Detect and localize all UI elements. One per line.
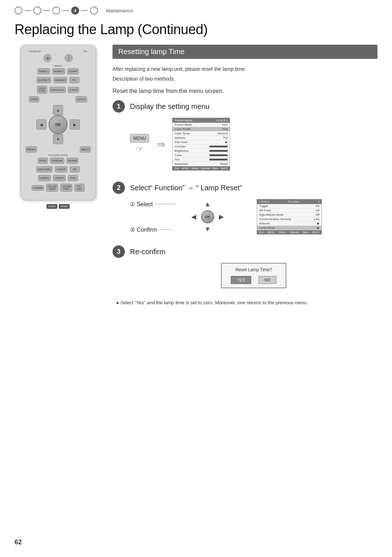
- anamo-button[interactable]: ANAMO: [53, 77, 67, 83]
- color-temp-button[interactable]: COLORTEMP: [46, 184, 58, 192]
- step1-block: 1 Display the setting menu MENU ☞ ⇒ Pict…: [113, 100, 377, 171]
- step3-header: 3 Re-confirm: [113, 245, 377, 258]
- page-title: Replacing the Lamp (Continued): [0, 18, 392, 45]
- step1-title: Display the setting menu: [130, 102, 209, 111]
- screen2-label-0: Trigger: [259, 204, 268, 208]
- screen2-row-comm: Communication Terminal LAN: [257, 217, 322, 221]
- input-label: INPUT: [54, 65, 62, 67]
- dialog-title: Reset Lamp Time?: [225, 267, 282, 272]
- step3-block: 3 Re-confirm Reset Lamp Time? YES NO: [113, 245, 377, 288]
- instructions-area: Resetting lamp Time After replacing a ne…: [113, 45, 377, 307]
- step1-number: 1: [113, 100, 125, 113]
- aspect-button[interactable]: ASPECT: [37, 77, 51, 83]
- screen2-info: ℹ: [318, 200, 319, 203]
- bullet-text: Select “Yes” and the lamp time is set to…: [113, 299, 377, 307]
- screen1-row-tint: Tint: [172, 158, 230, 162]
- user2-button[interactable]: USER2: [53, 175, 66, 181]
- step2-number: 2: [113, 182, 125, 194]
- screen1-row-film-tone: Film Tone ▶: [172, 140, 230, 145]
- back-button[interactable]: BACK: [80, 146, 91, 153]
- color-profile-button[interactable]: COLORPRFL: [60, 184, 72, 192]
- gamma-button[interactable]: GAMMA: [32, 185, 44, 191]
- step2-block: 2 Select“ Function” → “ Lamp Reset” ① Se…: [113, 182, 377, 235]
- standby-button[interactable]: ⏻: [44, 54, 52, 62]
- screen1-footer-exit: Exit: [175, 167, 179, 170]
- dpad-right-button[interactable]: ▶: [70, 119, 80, 130]
- screen2-title: Function: [288, 200, 299, 203]
- step2-title: Select“ Function” → “ Lamp Reset”: [130, 184, 242, 192]
- screen1-value-0: Film: [222, 123, 228, 126]
- hide-light-row: HIDE LIGHT: [25, 96, 91, 102]
- screen1-mockup: Picture Adjust ≡ ☰ ⊞ ⊟ ℹ Picture Mode Fi…: [172, 118, 230, 171]
- dpad-up-button[interactable]: ▲: [53, 105, 63, 115]
- dpad-ok-button[interactable]: OK: [49, 115, 68, 134]
- screen1-title-bar: Picture Adjust ≡ ☰ ⊞ ⊟ ℹ: [172, 118, 230, 123]
- no-button[interactable]: NO: [258, 276, 277, 284]
- remote-control: STAND BY ON ⏻ | INPUT HDMI 1 HDMI 2 COMP…: [20, 45, 96, 200]
- on-button[interactable]: |: [65, 54, 73, 62]
- step-line-1: [25, 10, 31, 11]
- anime-button[interactable]: ANIME: [66, 158, 78, 164]
- cinema-button[interactable]: CINEMA: [50, 158, 64, 164]
- header: 4 Maintenance: [0, 0, 392, 18]
- screen2-mockup: ≡ ☰ ⊞ ⊟ Function ℹ Trigger Off Off Timer…: [257, 199, 322, 235]
- screen2-label-4: Network: [259, 222, 270, 225]
- screen2-footer-menu: MENU: [267, 231, 275, 233]
- menu-button[interactable]: MENU: [25, 146, 37, 153]
- picture-mode-label: PICTURE MODE: [25, 154, 91, 156]
- hide-button[interactable]: HIDE: [29, 96, 39, 102]
- screen2-footer-exit: Exit: [259, 231, 264, 233]
- film-button[interactable]: FILM: [38, 158, 48, 164]
- screen2-label-1: Off Timer: [259, 209, 271, 212]
- dialog-buttons: YES NO: [225, 276, 282, 284]
- standby-label: STAND BY: [29, 50, 42, 53]
- light-button[interactable]: LIGHT: [75, 96, 87, 102]
- pc-button[interactable]: PC: [69, 77, 79, 83]
- step-circle-1: [15, 7, 23, 15]
- step3-number: 3: [113, 245, 125, 258]
- screen2-row-lamp-reset: Lamp Reset ▶: [257, 226, 322, 230]
- step2-illustration: ① Select ② Confirm: [130, 199, 377, 235]
- step3-illustration: Reset Lamp Time? YES NO: [130, 263, 377, 288]
- dpad-left-button[interactable]: ◀: [36, 119, 46, 130]
- select-text: ① Select: [130, 201, 153, 208]
- power-buttons-row: ⏻ |: [25, 54, 91, 62]
- confirm-text: ② Confirm: [130, 226, 157, 233]
- step-circle-4: 4: [71, 7, 79, 15]
- thx-button[interactable]: THX: [68, 175, 78, 181]
- yes-button[interactable]: YES: [231, 276, 251, 284]
- 3d-button[interactable]: 3D: [70, 166, 80, 172]
- dpad-down-button[interactable]: ▼: [53, 134, 63, 144]
- hand-icon: ☞: [136, 144, 144, 154]
- cmd-button[interactable]: C.M.D: [68, 87, 79, 93]
- picture-mode-row2: NATURAL STAGE 3D: [25, 166, 91, 172]
- pic-adj-button[interactable]: PIC.ADJ.: [74, 184, 85, 192]
- screen2-footer: Exit MENU Select Operate Back BACK: [257, 230, 322, 234]
- screen1-label-1: Color Profile: [175, 127, 191, 131]
- menu-hand: MENU ☞: [130, 134, 149, 154]
- user1-button[interactable]: USER1: [38, 175, 51, 181]
- step1-header: 1 Display the setting menu: [113, 100, 377, 113]
- screen1-label-3: Gamma: [175, 136, 185, 139]
- menu-box: MENU: [130, 134, 149, 143]
- screen1-bar-8: [209, 158, 228, 161]
- natural-button[interactable]: NATURAL: [36, 166, 53, 172]
- step2-dpad: ▲ ▼ ◀ ▶ OK: [191, 200, 224, 233]
- stage-button[interactable]: STAGE: [55, 166, 68, 172]
- select-connector: [155, 200, 177, 208]
- on-label: ON: [83, 50, 87, 53]
- hdmi1-button[interactable]: HDMI 1: [37, 68, 50, 74]
- screen2-row-network: Network ▶: [257, 221, 322, 226]
- lens-ap-button[interactable]: LENS A.P.: [49, 87, 66, 93]
- standby-on-row: STAND BY ON: [25, 50, 91, 53]
- step1-illustration: MENU ☞ ⇒ Picture Adjust ≡ ☰ ⊞ ⊟ ℹ Pictur…: [130, 118, 377, 171]
- screen2-value-4: ▶: [317, 222, 319, 225]
- step-line-4: [81, 10, 88, 11]
- screen1-label-7: Color: [175, 154, 181, 157]
- screen1-row-brightness: Brightness: [172, 149, 230, 153]
- comp-button[interactable]: COMP: [67, 68, 79, 74]
- hdmi2-button[interactable]: HDMI 2: [52, 68, 65, 74]
- lens-row: LENSCTRL LENS A.P. C.M.D: [25, 86, 91, 94]
- remote-area: STAND BY ON ⏻ | INPUT HDMI 1 HDMI 2 COMP…: [15, 45, 102, 307]
- lens-control-button[interactable]: LENSCTRL: [37, 86, 47, 94]
